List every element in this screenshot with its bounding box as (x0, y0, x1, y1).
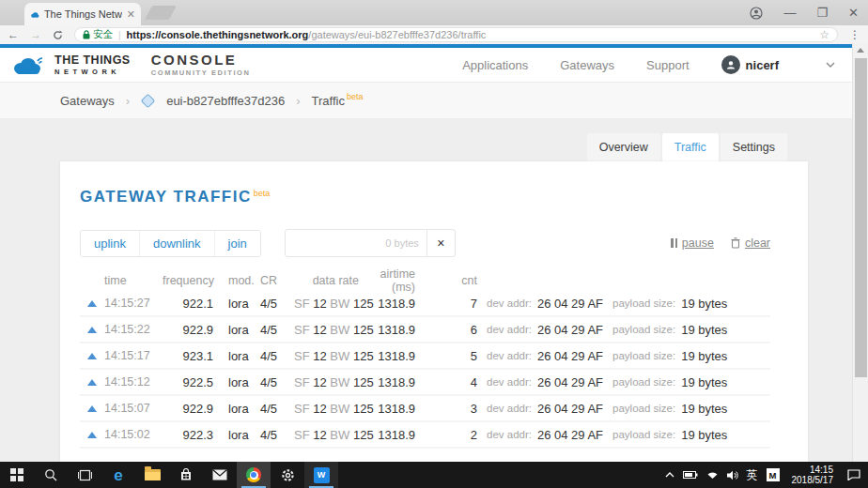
brand-bottom-text: NETWORK (54, 69, 131, 76)
dev-addr-label: dev addr: (487, 376, 532, 388)
brand-top-text: THE THINGS (54, 54, 131, 67)
traffic-row[interactable]: 14:15:27 922.1 lora 4/5 SF 12 BW 125 131… (80, 291, 770, 317)
blue-app-icon: W (314, 467, 330, 483)
clear-button[interactable]: clear (731, 236, 770, 250)
gear-icon (281, 468, 295, 482)
row-data-rate: SF 12 BW 125 (294, 428, 359, 442)
col-mod: mod. (228, 274, 260, 287)
taskbar-clock[interactable]: 14:15 2018/5/17 (792, 465, 834, 485)
browser-tab[interactable]: The Things Network C ✕ (24, 3, 141, 25)
row-airtime: 1318.9 (359, 375, 415, 389)
restore-button[interactable]: ❐ (816, 7, 828, 19)
ttn-logo[interactable]: THE THINGS NETWORK CONSOLE COMMUNITY EDI… (11, 53, 251, 77)
start-button[interactable] (0, 462, 34, 488)
chevron-down-icon[interactable] (826, 62, 835, 68)
tab-settings[interactable]: Settings (721, 133, 787, 161)
url-path: /gateways/eui-b827ebfffe37d236/traffic (308, 29, 486, 40)
nav-applications[interactable]: Applications (462, 58, 528, 72)
row-cr: 4/5 (260, 297, 294, 311)
row-cr: 4/5 (260, 428, 294, 442)
bookmark-star-icon[interactable]: ☆ (819, 28, 829, 41)
breadcrumb-gateway-id[interactable]: eui-b827ebfffe37d236 (166, 94, 285, 108)
file-explorer-button[interactable] (135, 462, 169, 488)
row-data-rate: SF 12 BW 125 (294, 349, 359, 363)
breadcrumb-traffic[interactable]: Trafficbeta (312, 94, 364, 108)
traffic-row[interactable]: 14:15:22 922.9 lora 4/5 SF 12 BW 125 131… (80, 317, 770, 343)
col-cnt: cnt (415, 274, 477, 287)
tab-traffic[interactable]: Traffic (662, 133, 719, 161)
row-time: 14:15:07 (104, 402, 163, 415)
beta-badge: beta (254, 189, 271, 198)
site-nav: Applications Gateways Support nicerf (462, 55, 835, 74)
user-menu[interactable]: nicerf (721, 55, 779, 74)
row-time: 14:15:22 (104, 323, 163, 336)
row-payload-size: 19 bytes (681, 402, 727, 416)
traffic-row[interactable]: 14:15:17 923.1 lora 4/5 SF 12 BW 125 131… (80, 343, 770, 370)
filter-downlink-button[interactable]: downlink (140, 231, 215, 256)
clear-label: clear (745, 236, 770, 250)
traffic-row[interactable]: 14:15:02 922.3 lora 4/5 SF 12 BW 125 131… (80, 422, 770, 449)
minimize-button[interactable]: — (783, 7, 796, 19)
tray-chevron-up-icon[interactable] (665, 472, 674, 478)
edge-icon: e (114, 467, 122, 483)
edge-button[interactable]: e (101, 462, 135, 488)
taskbar-search-button[interactable] (34, 462, 68, 488)
store-button[interactable] (169, 462, 203, 488)
row-airtime: 1318.9 (359, 402, 415, 416)
settings-button[interactable] (271, 462, 304, 488)
traffic-row[interactable]: 14:15:07 922.9 lora 4/5 SF 12 BW 125 131… (80, 396, 770, 422)
col-data-rate: data rate (294, 274, 359, 287)
row-cr: 4/5 (260, 375, 294, 389)
back-button[interactable]: ← (8, 29, 19, 40)
ime-mode-indicator[interactable]: M (767, 468, 780, 481)
screen: The Things Network C ✕ — ❐ ✕ ← → 安全 | ht… (0, 0, 868, 488)
breadcrumb-gateways[interactable]: Gateways (60, 94, 115, 108)
blue-app-button[interactable]: W (304, 462, 338, 488)
close-button[interactable]: ✕ (848, 7, 859, 19)
row-mod: lora (228, 297, 260, 311)
profile-icon[interactable] (750, 7, 763, 20)
ime-language-indicator[interactable]: 英 (747, 467, 758, 483)
secure-indicator[interactable]: 安全 (83, 28, 113, 41)
traffic-row[interactable]: 14:15:12 922.5 lora 4/5 SF 12 BW 125 131… (80, 370, 770, 396)
clock-date: 2018/5/17 (792, 475, 834, 485)
traffic-filter-input[interactable] (285, 229, 427, 257)
mail-icon (212, 469, 227, 480)
filter-group: uplink downlink join (80, 230, 261, 257)
nav-support[interactable]: Support (646, 58, 690, 72)
dev-addr-label: dev addr: (487, 403, 532, 414)
row-time: 14:15:27 (104, 297, 163, 310)
scrollbar-thumb[interactable] (855, 58, 867, 377)
scrollbar-up-arrow[interactable] (857, 48, 864, 53)
panel-title-row: GATEWAY TRAFFICbeta (80, 188, 770, 206)
row-cnt: 3 (415, 402, 477, 416)
filter-join-button[interactable]: join (215, 231, 260, 256)
filter-uplink-button[interactable]: uplink (81, 231, 140, 256)
browser-toolbar: ← → 安全 | https://console.thethingsnetwor… (0, 25, 868, 44)
row-frequency: 923.1 (163, 349, 213, 363)
task-view-icon (78, 469, 92, 481)
task-view-button[interactable] (68, 462, 101, 488)
nav-gateways[interactable]: Gateways (560, 58, 614, 72)
row-frequency: 922.1 (163, 297, 213, 311)
windows-taskbar: e W (0, 462, 868, 488)
mail-button[interactable] (203, 462, 237, 488)
new-tab-button[interactable] (145, 6, 177, 20)
username-text: nicerf (746, 58, 779, 72)
browser-menu-icon[interactable]: ⋮ (849, 28, 860, 41)
pause-button[interactable]: pause (671, 236, 714, 250)
reload-button[interactable] (53, 30, 63, 40)
address-bar[interactable]: 安全 | https://console.thethingsnetwork.or… (74, 27, 838, 42)
forward-button[interactable]: → (30, 29, 41, 40)
clear-filter-x-button[interactable]: × (427, 229, 456, 257)
speaker-icon[interactable] (727, 470, 738, 480)
payload-size-label: payload size: (612, 429, 675, 440)
tab-close-icon[interactable]: ✕ (127, 9, 135, 20)
battery-icon[interactable] (683, 470, 698, 480)
page-scrollbar[interactable] (852, 43, 868, 462)
chrome-button[interactable] (237, 462, 271, 488)
tab-overview[interactable]: Overview (587, 133, 660, 161)
row-payload-size: 19 bytes (681, 297, 727, 311)
wifi-icon[interactable] (706, 470, 719, 480)
action-center-icon[interactable] (847, 469, 860, 480)
